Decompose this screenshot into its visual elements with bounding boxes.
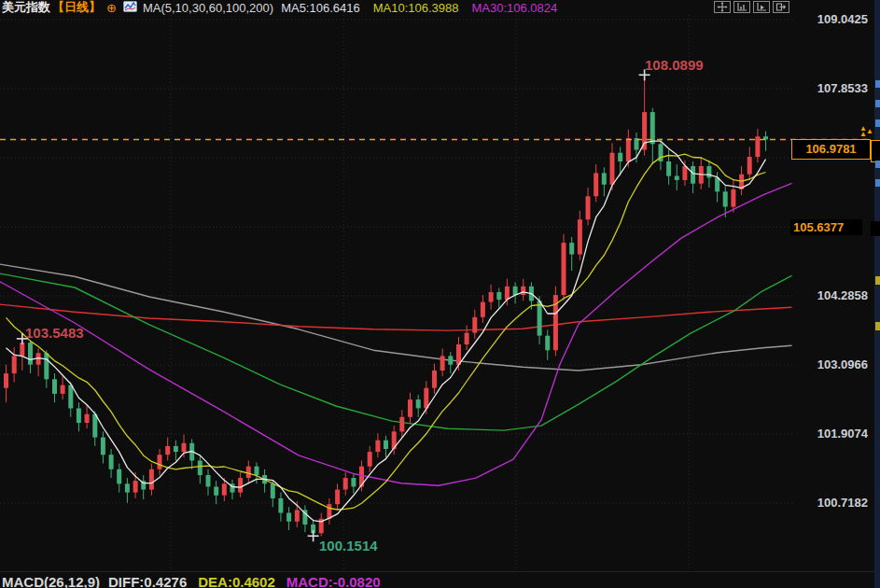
ma30-value: MA30:106.0824 [472, 1, 558, 15]
axis-playback-icon[interactable] [753, 1, 770, 13]
axis-scale-icon[interactable] [733, 1, 750, 13]
right-panel-fragment [871, 221, 880, 236]
current-price-badge: 106.9781 [791, 139, 871, 160]
candlestick-chart-canvas[interactable] [0, 0, 880, 588]
annotation-low-price: 100.1514 [319, 538, 378, 553]
macd-status-row: MACD(26,12,9) DIFF:0.4276 DEA:0.4602 MAC… [2, 574, 381, 588]
symbol-name: 美元指数 [2, 0, 50, 16]
right-panel-fragment [875, 179, 880, 187]
right-panel-fragment [875, 100, 880, 107]
right-panel-fragment [875, 276, 880, 285]
diff-value: DIFF:0.4276 [108, 574, 187, 588]
macd-value: MACD:-0.0820 [286, 574, 381, 588]
right-panel-fragment [875, 80, 880, 88]
macd-params-label: MACD(26,12,9) [2, 574, 100, 588]
indicator-chart-icon[interactable] [123, 1, 137, 15]
chart-header: 美元指数 【日线】 ⊕ MA(5,10,30,60,100,200) MA5:1… [2, 0, 557, 15]
marked-low-price-badge: 105.6377 [790, 219, 862, 235]
annotation-high-price: 108.0899 [645, 57, 704, 73]
dea-value: DEA:0.4602 [198, 574, 275, 588]
ma-settings-label: MA(5,10,30,60,100,200) [143, 1, 273, 15]
candlestick-layer [4, 75, 768, 536]
trading-chart-screen: 美元指数 【日线】 ⊕ MA(5,10,30,60,100,200) MA5:1… [0, 0, 880, 588]
export-right-icon[interactable] [773, 1, 789, 13]
ma-line-MA100 [0, 304, 791, 330]
ma5-value: MA5:106.6416 [281, 1, 360, 15]
annotation-left-high-price: 103.5483 [25, 325, 84, 341]
ma10-value: MA10:106.3988 [373, 1, 459, 15]
right-panel-arrow-fragment: ▲ [866, 127, 873, 135]
chart-toolbar [714, 1, 789, 13]
pane-separator [0, 571, 880, 572]
right-panel-fragment [875, 119, 880, 127]
right-panel-fragment [875, 161, 880, 168]
ma-line-MA200 [0, 264, 791, 371]
right-panel-fragment [875, 322, 880, 330]
period-selector[interactable]: 【日线】 [52, 0, 101, 16]
right-panel-edge [874, 0, 880, 588]
pan-crosshair-icon[interactable] [714, 1, 731, 13]
ma-line-MA60 [0, 273, 791, 430]
right-panel-fragment [871, 140, 880, 162]
ma-line-MA5 [7, 141, 766, 522]
compare-add-icon[interactable]: ⊕ [106, 1, 117, 15]
